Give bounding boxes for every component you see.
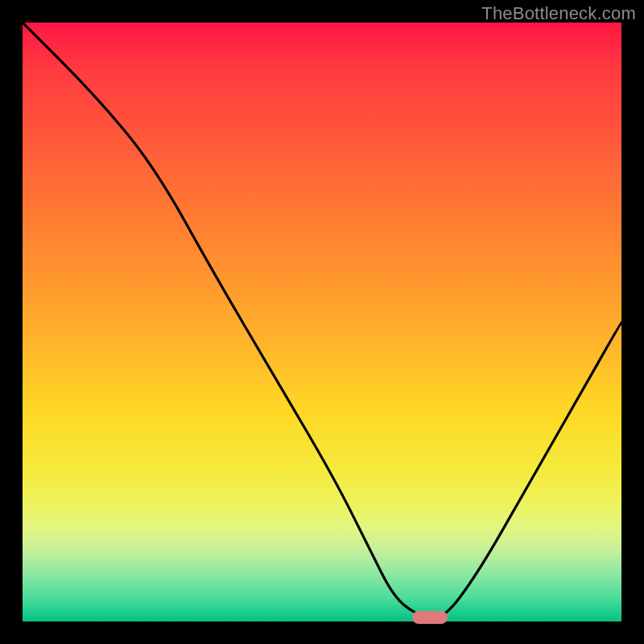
watermark-text: TheBottleneck.com: [481, 3, 636, 24]
bottleneck-curve: [23, 23, 621, 621]
chart-frame: TheBottleneck.com: [0, 0, 644, 644]
plot-area: [23, 23, 621, 621]
optimum-marker: [412, 611, 448, 624]
